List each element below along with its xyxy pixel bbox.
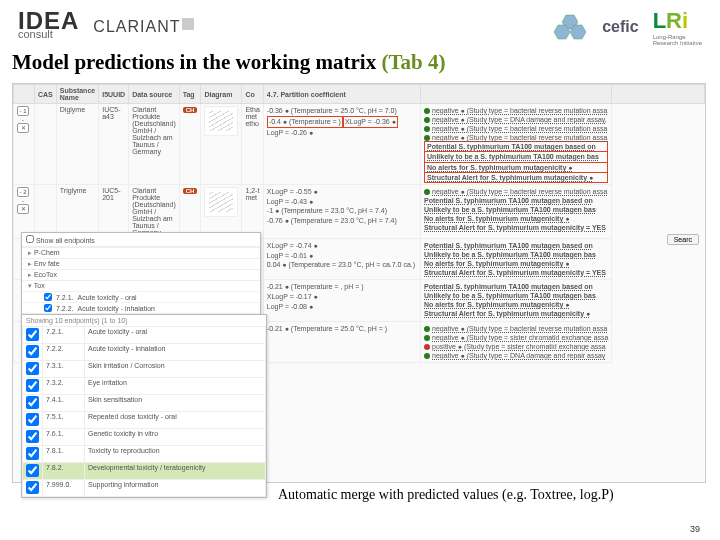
tag-badge[interactable]: CH: [183, 107, 198, 113]
page-number: 39: [690, 524, 700, 534]
mutagenicity-result[interactable]: Potential S. typhimurium TA100 mutagen b…: [424, 283, 593, 290]
mutagenicity-result[interactable]: positive ● (Study type = sister chromati…: [432, 343, 606, 350]
structure-diagram[interactable]: [204, 106, 238, 136]
mutagenicity-result[interactable]: negative ● (Study type = bacterial rever…: [432, 134, 607, 141]
category-item[interactable]: EcoTox: [22, 269, 260, 280]
mutagenicity-result[interactable]: No alerts for S. typhimurium mutagenicit…: [427, 164, 572, 171]
collapse-button[interactable]: - 2 -: [17, 187, 29, 197]
mutagenicity-result[interactable]: Potential S. typhimurium TA100 mutagen b…: [424, 242, 593, 249]
endpoint-list-item[interactable]: 7.6.1.Genetic toxicity in vitro: [23, 429, 266, 446]
endpoint-list-item[interactable]: 7.3.1.Skin irritation / Corrosion: [23, 361, 266, 378]
endpoint-list-item[interactable]: 7.8.2.Developmental toxicity / teratogen…: [23, 463, 266, 480]
category-item[interactable]: Tox: [22, 280, 260, 291]
endpoint-checkbox-item[interactable]: 7.2.1. Acute toxicity - oral: [22, 291, 260, 302]
partition-value[interactable]: XLogP = -0.74 ●: [267, 241, 417, 251]
partition-value[interactable]: -0.21 ● (Temperature = 25.0 °C, pH = ): [267, 324, 417, 334]
structure-diagram[interactable]: [204, 187, 238, 217]
mutagenicity-result[interactable]: negative ● (Study type = bacterial rever…: [432, 325, 607, 332]
mutagenicity-result[interactable]: negative ● (Study type = sister chromati…: [432, 334, 608, 341]
molecule-icon: [552, 9, 588, 45]
mutagenicity-result[interactable]: No alerts for S. typhimurium mutagenicit…: [424, 301, 569, 308]
mutagenicity-result[interactable]: Unlikely to be a S. typhimurium TA100 mu…: [424, 206, 596, 213]
endpoint-list-item[interactable]: 7.8.1.Toxicity to reproduction: [23, 446, 266, 463]
mutagenicity-result[interactable]: negative ● (Study type = bacterial rever…: [432, 188, 607, 195]
endpoint-checkbox-item[interactable]: 7.2.2. Acute toxicity - inhalation: [22, 302, 260, 313]
category-item[interactable]: P-Chem: [22, 247, 260, 258]
endpoint-list-item[interactable]: 7.2.1.Acute toxicity - oral: [23, 327, 266, 344]
partition-value[interactable]: XLogP = -0.55 ●: [267, 187, 417, 197]
partition-value[interactable]: -0.76 ● (Temperature = 23.0 °C, pH = 7.4…: [267, 216, 417, 226]
mutagenicity-result[interactable]: Potential S. typhimurium TA100 mutagen b…: [424, 197, 593, 204]
column-header[interactable]: 4.7. Partition coefficient: [263, 85, 420, 104]
partition-value[interactable]: -0.4 ● (Temperature = ): [269, 117, 341, 127]
mutagenicity-result[interactable]: Structural Alert for S. typhimurium muta…: [424, 224, 606, 231]
partition-value[interactable]: XLogP = -0.17 ●: [267, 292, 417, 302]
mutagenicity-result[interactable]: negative ● (Study type = bacterial rever…: [432, 125, 607, 132]
partition-value[interactable]: LogP = -0.61 ●: [267, 251, 417, 261]
clariant-logo: CLARIANT: [93, 18, 194, 36]
endpoint-list-item[interactable]: 7.3.2.Eye irritation: [23, 378, 266, 395]
partition-value[interactable]: -0.21 ● (Temperature = , pH = ): [267, 282, 417, 292]
caption-text: Automatic merge with predicted values (e…: [278, 486, 658, 504]
endpoint-list-panel[interactable]: Showing 10 endpoint(s) (1 to 10) 7.2.1.A…: [21, 314, 267, 498]
lri-logo: LRi Long-Range Research Initiative: [653, 8, 702, 46]
mutagenicity-result[interactable]: negative ● (Study type = DNA damage and …: [432, 116, 607, 123]
mutagenicity-result[interactable]: No alerts for S. typhimurium mutagenicit…: [424, 215, 569, 222]
partition-value[interactable]: -1 ● (Temperature = 23.0 °C, pH = 7.4): [267, 206, 417, 216]
mutagenicity-result[interactable]: Structural Alert for S. typhimurium muta…: [424, 269, 606, 276]
search-button[interactable]: Searc: [667, 234, 699, 245]
mutagenicity-result[interactable]: Structural Alert for S. typhimurium muta…: [424, 310, 590, 317]
mutagenicity-result[interactable]: Unlikely to be a S. typhimurium TA100 mu…: [427, 153, 599, 160]
column-header[interactable]: Co: [242, 85, 263, 104]
partition-value[interactable]: XLogP = -0.36 ●: [345, 117, 396, 127]
partition-value[interactable]: LogP = -0.08 ●: [267, 302, 417, 312]
show-all-endpoints-checkbox[interactable]: Show all endpoints: [26, 237, 95, 244]
endpoint-list-item[interactable]: 7.2.2.Acute toxicity - inhalation: [23, 344, 266, 361]
table-row: - 2 -✕TriglymeIUC5-201Clariant Produkte …: [14, 184, 705, 238]
mutagenicity-result[interactable]: negative ● (Study type = bacterial rever…: [432, 107, 607, 114]
column-header[interactable]: Tag: [179, 85, 201, 104]
column-header[interactable]: [421, 85, 612, 104]
working-matrix-table: CASSubstance NameI5UUIDData sourceTagDia…: [12, 83, 706, 483]
mutagenicity-result[interactable]: No alerts for S. typhimurium mutagenicit…: [424, 260, 569, 267]
partition-value[interactable]: -0.36 ● (Temperature = 25.0 °C, pH = 7.0…: [267, 106, 417, 116]
partition-value[interactable]: LogP = -0.43 ●: [267, 197, 417, 207]
mutagenicity-result[interactable]: Unlikely to be a S. typhimurium TA100 mu…: [424, 292, 596, 299]
mutagenicity-result[interactable]: Potential S. typhimurium TA100 mutagen b…: [427, 143, 596, 150]
column-header[interactable]: I5UUID: [99, 85, 129, 104]
idea-logo: IDEA consult: [18, 14, 79, 40]
row-action-button[interactable]: ✕: [17, 123, 29, 133]
row-action-button[interactable]: ✕: [17, 204, 29, 214]
partition-value[interactable]: LogP = -0.26 ●: [267, 128, 417, 138]
mutagenicity-result[interactable]: Structural Alert for S. typhimurium muta…: [427, 174, 593, 181]
column-header[interactable]: [14, 85, 35, 104]
endpoint-count-label: Showing 10 endpoint(s) (1 to 10): [22, 315, 266, 326]
column-header[interactable]: CAS: [35, 85, 57, 104]
partition-value[interactable]: 0.04 ● (Temperature = 23.0 °C, pH = ca.7…: [267, 260, 417, 270]
column-header[interactable]: Diagram: [201, 85, 242, 104]
collapse-button[interactable]: - 1 -: [17, 106, 29, 116]
column-header[interactable]: Substance Name: [56, 85, 98, 104]
tag-badge[interactable]: CH: [183, 188, 198, 194]
logo-bar: IDEA consult CLARIANT cefic LRi Long-Ran…: [0, 0, 720, 50]
mutagenicity-result[interactable]: negative ● (Study type = DNA damage and …: [432, 352, 605, 359]
category-item[interactable]: Env fate: [22, 258, 260, 269]
cefic-logo: cefic: [602, 18, 638, 36]
page-title: Model predictions in the working matrix …: [0, 50, 720, 83]
endpoint-list-item[interactable]: 7.4.1.Skin sensitisation: [23, 395, 266, 412]
endpoint-list-item[interactable]: 7.5.1.Repeated dose toxicity - oral: [23, 412, 266, 429]
column-header[interactable]: Data source: [129, 85, 180, 104]
endpoint-list-item[interactable]: 7.999.0.Supporting information: [23, 480, 266, 497]
mutagenicity-result[interactable]: Unlikely to be a S. typhimurium TA100 mu…: [424, 251, 596, 258]
table-row: - 1 -✕DiglymeIUC5-a43Clariant Produkte (…: [14, 104, 705, 185]
